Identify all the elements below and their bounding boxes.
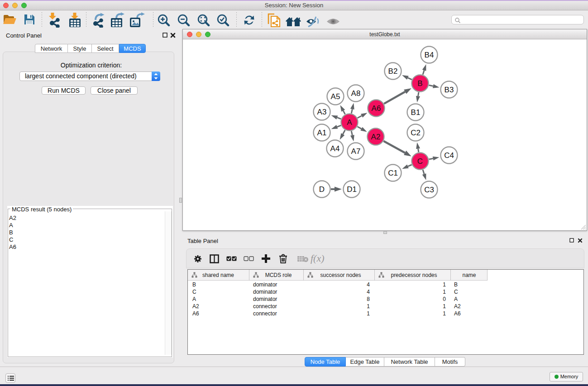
svg-text:C2: C2 <box>411 129 421 137</box>
svg-text:B2: B2 <box>388 67 398 76</box>
svg-text:A3: A3 <box>317 108 327 116</box>
svg-text:C: C <box>417 157 423 166</box>
svg-text:B4: B4 <box>425 51 434 59</box>
svg-text:C1: C1 <box>388 169 398 177</box>
svg-text:B3: B3 <box>445 86 454 94</box>
svg-text:A7: A7 <box>351 147 361 156</box>
svg-text:B1: B1 <box>411 108 421 117</box>
svg-text:A1: A1 <box>317 129 327 137</box>
svg-text:A4: A4 <box>330 144 340 153</box>
svg-text:A2: A2 <box>371 133 381 141</box>
svg-text:A: A <box>347 118 352 127</box>
svg-text:A5: A5 <box>331 92 340 101</box>
svg-text:B: B <box>417 79 422 88</box>
svg-text:C4: C4 <box>444 151 454 160</box>
svg-text:D1: D1 <box>347 185 357 194</box>
svg-text:C3: C3 <box>424 186 434 194</box>
svg-text:D: D <box>319 185 325 194</box>
svg-text:A6: A6 <box>372 104 381 113</box>
svg-text:A8: A8 <box>351 89 361 98</box>
